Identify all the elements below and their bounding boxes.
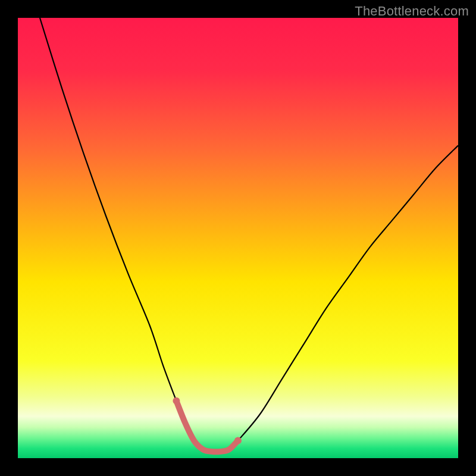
- svg-rect-0: [18, 18, 458, 458]
- background-gradient: [18, 18, 458, 458]
- watermark-text: TheBottleneck.com: [355, 4, 469, 19]
- plot-area: [18, 18, 458, 458]
- chart-frame: TheBottleneck.com: [0, 0, 476, 476]
